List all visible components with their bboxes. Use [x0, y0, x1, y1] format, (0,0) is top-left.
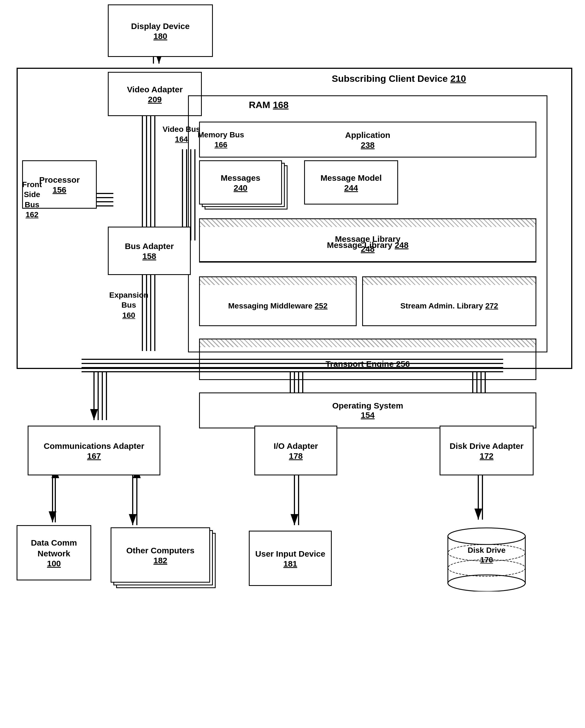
transport-engine-text: Transport Engine 256 [200, 347, 535, 381]
video-adapter-box: Video Adapter 209 [108, 72, 202, 116]
application-num: 238 [361, 140, 375, 150]
messaging-middleware-container: Messaging Middleware 252 [199, 277, 357, 326]
stream-admin-text: Stream Admin. Library 272 [363, 285, 535, 327]
video-adapter-label: Video Adapter [127, 84, 183, 95]
disk-drive-num: 170 [445, 555, 528, 564]
message-model-num: 244 [344, 183, 358, 193]
os-num: 154 [361, 411, 375, 420]
message-model-label: Message Model [321, 173, 382, 183]
messaging-middleware-hatch [200, 277, 356, 285]
disk-drive-label: Disk Drive [445, 546, 528, 555]
video-adapter-num: 209 [148, 95, 162, 104]
application-box: Application 238 [199, 122, 536, 158]
user-input-device-label: User Input Device [255, 548, 325, 559]
stream-admin-hatch [363, 277, 535, 285]
other-computers-num: 182 [153, 556, 167, 565]
message-library-container: Message Library 248 [199, 218, 536, 263]
front-side-bus-label: Front Side Bus 162 [22, 180, 42, 220]
svg-point-49 [448, 575, 525, 592]
svg-point-50 [448, 528, 525, 544]
bus-adapter-label: Bus Adapter [125, 241, 174, 252]
io-adapter-num: 178 [289, 451, 303, 461]
memory-bus-label: Memory Bus 166 [198, 130, 244, 150]
display-device-box: Display Device 180 [108, 4, 213, 57]
message-library-hatch-bar [200, 219, 535, 227]
display-device-num: 180 [153, 31, 167, 41]
operating-system-box: Operating System 154 [199, 392, 536, 428]
transport-engine-container: Transport Engine 256 [199, 339, 536, 380]
display-device-label: Display Device [131, 21, 190, 31]
message-model-box: Message Model 244 [304, 160, 398, 205]
video-bus-label: Video Bus 164 [162, 124, 200, 145]
bus-adapter-num: 158 [143, 252, 156, 261]
other-computers-box: Other Computers 182 [110, 527, 210, 582]
other-computers-label: Other Computers [126, 545, 195, 556]
messaging-middleware-text: Messaging Middleware 252 [200, 285, 356, 327]
disk-drive-cylinder: Disk Drive 170 [445, 525, 528, 592]
messages-box: Messages 240 [199, 160, 282, 205]
comm-adapter-label: Communications Adapter [44, 441, 144, 451]
user-input-device-box: User Input Device 181 [249, 531, 332, 586]
processor-label: Processor [39, 174, 80, 185]
subscribing-client-label: Subscribing Client Device 210 [332, 73, 466, 84]
messages-label: Messages [221, 173, 260, 183]
processor-num: 156 [53, 185, 66, 194]
stream-admin-library-container: Stream Admin. Library 272 [362, 277, 536, 326]
disk-drive-adapter-num: 172 [480, 451, 493, 461]
disk-drive-adapter-box: Disk Drive Adapter 172 [439, 426, 534, 475]
bus-adapter-box: Bus Adapter 158 [108, 227, 191, 275]
disk-drive-adapter-label: Disk Drive Adapter [450, 441, 523, 451]
application-label: Application [345, 130, 390, 140]
comm-adapter-box: Communications Adapter 167 [28, 426, 160, 475]
data-comm-network-box: Data Comm Network 100 [17, 525, 91, 580]
messages-num: 240 [234, 183, 248, 193]
comm-adapter-num: 167 [87, 451, 101, 461]
os-label: Operating System [332, 401, 403, 411]
user-input-device-num: 181 [283, 559, 297, 569]
expansion-bus-label: Expansion Bus 160 [109, 290, 149, 320]
data-comm-network-label: Data Comm Network [20, 537, 87, 559]
transport-engine-hatch [200, 339, 535, 347]
ram-label: RAM 168 [249, 100, 289, 110]
data-comm-network-num: 100 [47, 559, 61, 568]
io-adapter-box: I/O Adapter 178 [254, 426, 337, 475]
io-adapter-label: I/O Adapter [274, 441, 318, 451]
message-library-text: Message Library 248 [200, 227, 535, 263]
diagram: Display Device 180 Subscribing Client De… [0, 0, 585, 728]
